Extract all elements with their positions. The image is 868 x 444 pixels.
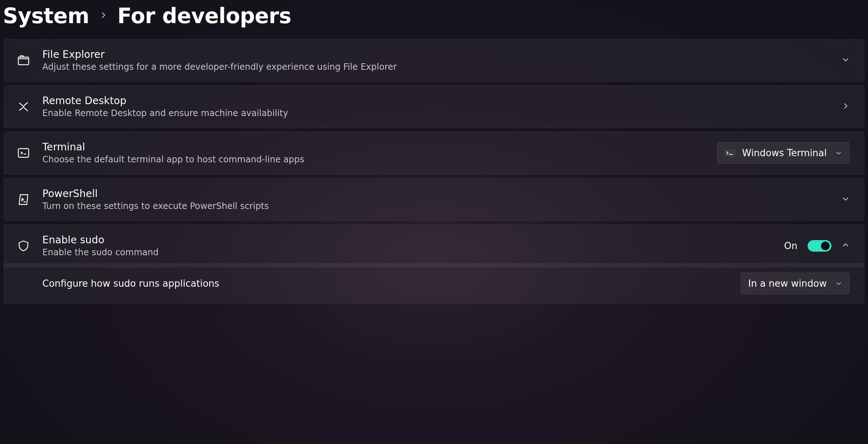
setting-title: Enable sudo [42,234,784,246]
svg-rect-1 [18,149,29,157]
sudo-toggle[interactable] [808,240,831,252]
setting-remote-desktop[interactable]: Remote Desktop Enable Remote Desktop and… [4,85,864,128]
setting-desc: Choose the default terminal app to host … [42,154,717,165]
chevron-down-icon [833,278,842,289]
chevron-right-icon [842,102,850,111]
setting-text: Terminal Choose the default terminal app… [42,141,717,165]
terminal-dropdown[interactable]: Windows Terminal [717,142,850,164]
setting-text: PowerShell Turn on these settings to exe… [42,187,842,212]
svg-rect-0 [18,57,29,65]
windows-terminal-icon [725,149,736,157]
setting-title: PowerShell [42,187,842,200]
terminal-icon [17,146,30,159]
toggle-knob [821,242,830,250]
chevron-up-icon [842,241,850,251]
setting-desc: Turn on these settings to execute PowerS… [42,201,842,212]
setting-text: Configure how sudo runs applications [42,278,741,290]
setting-text: Remote Desktop Enable Remote Desktop and… [42,94,842,119]
shield-icon [17,239,30,252]
setting-text: Enable sudo Enable the sudo command [42,234,784,258]
setting-sudo-config: Configure how sudo runs applications In … [4,264,864,303]
chevron-right-icon [99,11,107,21]
powershell-icon [17,193,30,206]
breadcrumb: System For developers [3,4,864,28]
setting-title: Remote Desktop [42,94,842,107]
setting-enable-sudo[interactable]: Enable sudo Enable the sudo command On [4,225,864,267]
setting-title: File Explorer [42,48,842,61]
chevron-down-icon [842,56,850,65]
setting-powershell[interactable]: PowerShell Turn on these settings to exe… [4,178,864,221]
setting-desc: Enable the sudo command [42,247,784,258]
chevron-down-icon [833,148,842,158]
setting-title: Configure how sudo runs applications [42,278,741,290]
breadcrumb-parent[interactable]: System [3,4,89,28]
chevron-down-icon [842,195,850,204]
setting-text: File Explorer Adjust these settings for … [42,48,842,73]
setting-terminal: Terminal Choose the default terminal app… [4,132,864,174]
breadcrumb-current: For developers [118,4,292,28]
svg-rect-2 [725,149,736,157]
setting-file-explorer[interactable]: File Explorer Adjust these settings for … [4,39,864,82]
sudo-mode-dropdown[interactable]: In a new window [741,273,850,294]
setting-title: Terminal [42,141,717,153]
folder-icon [17,54,30,67]
setting-desc: Enable Remote Desktop and ensure machine… [42,108,842,119]
dropdown-value: Windows Terminal [742,148,827,158]
dropdown-value: In a new window [748,278,827,289]
remote-desktop-icon [17,100,30,113]
toggle-state-label: On [784,240,797,251]
setting-desc: Adjust these settings for a more develop… [42,61,842,73]
